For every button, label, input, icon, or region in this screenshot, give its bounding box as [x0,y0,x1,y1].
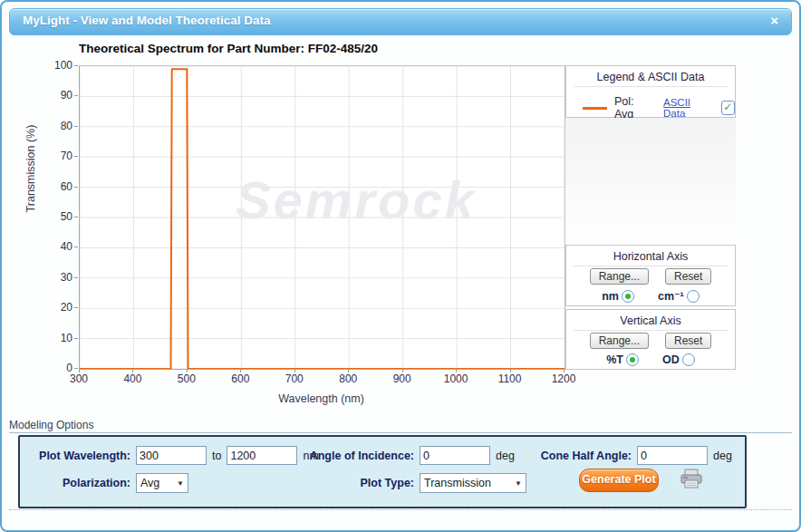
legend-panel: Legend & ASCII Data Pol: Avg ASCII Data … [565,65,736,118]
legend-panel-title: Legend & ASCII Data [566,71,735,83]
y-tick-label: 30 [34,271,72,284]
chevron-down-icon: ▼ [515,479,522,488]
horizontal-axis-panel: Horizontal Axis Range... Reset nm cm⁻¹ [565,245,736,306]
v-range-button[interactable]: Range... [590,333,649,349]
x-tick-mark [132,369,133,372]
x-tick-mark [348,369,349,372]
aoi-unit-label: deg [496,450,515,462]
x-tick-mark [187,369,188,372]
x-tick-mark [564,369,565,372]
x-tick-mark [79,369,80,372]
polarization-value: Avg [140,477,159,489]
x-tick-mark [402,369,403,372]
v-reset-button[interactable]: Reset [665,333,711,349]
unit-cm1-option[interactable]: cm⁻¹ [658,289,700,303]
vertical-axis-panel: Vertical Axis Range... Reset %T OD [565,309,736,370]
x-tick-mark [510,369,511,372]
unit-pct-t-option[interactable]: %T [606,353,639,366]
y-tick-mark [74,187,78,188]
plot-type-select[interactable]: Transmission ▼ [420,473,526,493]
y-tick-label: 10 [34,332,72,344]
close-icon[interactable]: × [770,13,778,29]
wavelength-from-input[interactable] [136,446,207,465]
x-tick-mark [240,369,241,372]
unit-nm-option[interactable]: nm [602,290,634,303]
divider [574,330,728,331]
x-axis-label: Wavelength (nm) [79,392,564,405]
spectrum-curve [80,66,565,369]
y-tick-label: 80 [34,120,72,132]
plot-type-value: Transmission [424,477,491,489]
y-tick-mark [74,247,78,247]
plot-area: Semrock [79,65,565,370]
ascii-data-link[interactable]: ASCII Data [663,97,713,119]
vertical-axis-title: Vertical Axis [566,314,735,327]
plot-type-label: Plot Type: [351,477,414,489]
chart-title: Theoretical Spectrum for Part Number: FF… [79,42,378,55]
wavelength-to-input[interactable] [227,446,297,465]
divider [574,266,728,266]
modeling-options-label: Modeling Options [9,419,792,433]
mylight-dialog: MyLight - View and Model Theoretical Dat… [0,0,801,532]
x-tick-mark [456,369,457,372]
y-tick-mark [74,126,78,127]
h-reset-button[interactable]: Reset [665,268,711,285]
generate-plot-button[interactable]: Generate Plot [579,469,659,492]
y-tick-mark [74,368,78,369]
y-tick-label: 0 [34,362,72,374]
series-color-swatch [583,107,607,110]
x-tick-label: 600 [217,372,263,385]
series-label: Pol: Avg [614,95,654,121]
h-range-button[interactable]: Range... [590,268,649,285]
x-tick-label: 1200 [541,372,586,385]
x-tick-mark [294,369,295,372]
polarization-label: Polarization: [31,477,130,489]
chevron-down-icon: ▼ [177,479,184,488]
y-tick-label: 60 [34,180,72,193]
y-tick-mark [74,307,78,308]
x-tick-label: 900 [380,372,425,385]
to-label: to [212,450,221,462]
cone-half-angle-input[interactable] [637,446,708,465]
sidebar-background [565,118,736,243]
polarization-select[interactable]: Avg ▼ [136,473,188,493]
plot-wavelength-label: Plot Wavelength: [31,450,130,462]
cone-half-angle-label: Cone Half Angle: [532,450,632,462]
printer-icon[interactable] [680,469,703,489]
title-bar: MyLight - View and Model Theoretical Dat… [9,8,792,35]
y-tick-label: 50 [34,210,72,223]
unit-nm-radio[interactable] [622,290,634,303]
y-tick-label: 100 [34,59,72,72]
window-title: MyLight - View and Model Theoretical Dat… [23,14,271,27]
unit-od-option[interactable]: OD [662,353,695,366]
bottom-separator [9,509,792,510]
y-tick-mark [74,217,78,218]
y-tick-label: 40 [34,240,72,253]
horizontal-axis-title: Horizontal Axis [566,250,735,263]
x-tick-label: 500 [164,372,209,385]
x-tick-label: 300 [56,372,101,385]
angle-of-incidence-input[interactable] [420,446,490,465]
x-tick-label: 1100 [487,372,533,385]
y-tick-mark [74,65,78,66]
series-visible-checkbox[interactable]: ✓ [721,101,736,115]
divider [574,86,728,87]
unit-cm1-label: cm⁻¹ [658,289,684,303]
unit-od-radio[interactable] [682,353,695,366]
x-tick-label: 400 [110,372,155,385]
y-tick-mark [74,338,78,339]
x-tick-label: 1000 [433,372,478,385]
legend-row: Pol: Avg ASCII Data ✓ [566,95,735,121]
y-tick-label: 70 [34,150,72,162]
y-tick-mark [74,95,78,96]
unit-od-label: OD [662,353,680,366]
unit-nm-label: nm [602,290,619,303]
angle-of-incidence-label: Angle of Incidence: [301,450,414,462]
unit-cm1-radio[interactable] [687,290,700,303]
y-tick-label: 20 [34,301,72,314]
unit-pct-t-radio[interactable] [626,353,639,366]
y-tick-mark [74,156,78,157]
x-tick-label: 700 [272,372,317,385]
unit-pct-t-label: %T [606,353,623,366]
x-tick-label: 800 [325,372,371,385]
